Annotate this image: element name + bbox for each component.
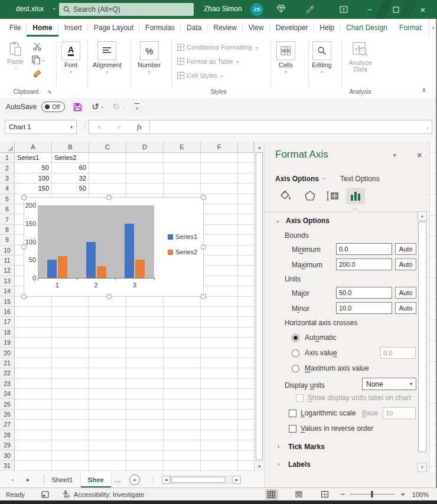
row-header-21[interactable]: 21	[0, 358, 15, 368]
cell-A1[interactable]: Series1	[15, 153, 52, 163]
customize-qat-button[interactable]: ⌄	[135, 104, 139, 110]
row-header-27[interactable]: 27	[0, 420, 15, 430]
fill-line-icon[interactable]	[280, 190, 293, 202]
ribbon-tab-data[interactable]: Data	[181, 19, 207, 37]
column-headers[interactable]: ABCDEF	[15, 142, 254, 153]
premium-gem-icon[interactable]	[276, 5, 286, 13]
cell-A3[interactable]: 100	[15, 174, 52, 184]
row-header-1[interactable]: 1	[0, 153, 15, 163]
display-units-dropdown[interactable]: None ▾	[362, 378, 416, 390]
bar-series2-cat3[interactable]	[135, 260, 145, 278]
minor-auto-button[interactable]: Auto	[395, 302, 416, 314]
number-group-button[interactable]: % Number ⌄	[138, 41, 161, 73]
page-break-preview-button[interactable]	[318, 489, 331, 500]
cell-B4[interactable]: 50	[52, 184, 89, 194]
ribbon-tab-page-layout[interactable]: Page Layout	[88, 19, 139, 37]
major-input[interactable]	[336, 287, 392, 299]
ribbon-tab-insert[interactable]: Insert	[58, 19, 88, 37]
bar-series2-cat2[interactable]	[97, 266, 106, 278]
cells-group-button[interactable]: Cells ⌄	[276, 41, 295, 73]
y-axis-label[interactable]: 150	[25, 220, 36, 227]
cell-A2[interactable]: 50	[15, 163, 52, 173]
chart-handle-top-right[interactable]	[201, 195, 206, 200]
cell-B2[interactable]: 60	[52, 163, 89, 173]
minimize-button[interactable]: −	[357, 0, 383, 19]
pane-scrollbar-thumb[interactable]	[418, 222, 426, 452]
ribbon-tab-formulas[interactable]: Formulas	[139, 19, 181, 37]
user-name[interactable]: Zhao Simon	[204, 5, 242, 13]
row-header-12[interactable]: 12	[0, 266, 15, 276]
document-title[interactable]: dest.xlsx	[16, 5, 44, 13]
row-header-16[interactable]: 16	[0, 307, 15, 317]
axis-value-radio-label[interactable]: Axis value	[305, 349, 337, 357]
bar-series1-cat3[interactable]	[125, 224, 134, 278]
document-title-chevron-icon[interactable]: ⌄	[52, 5, 57, 11]
cell-B1[interactable]: Series2	[52, 153, 89, 163]
maximum-auto-button[interactable]: Auto	[395, 258, 416, 270]
major-auto-button[interactable]: Auto	[395, 287, 416, 299]
y-axis-label[interactable]: 50	[25, 256, 36, 263]
editing-group-button[interactable]: Editing ⌄	[312, 41, 332, 73]
row-header-2[interactable]: 2	[0, 163, 15, 173]
save-button[interactable]	[73, 103, 82, 112]
row-header-22[interactable]: 22	[0, 368, 15, 378]
draw-pen-icon[interactable]	[305, 4, 314, 14]
formula-bar[interactable]: × ✓ fx ⌄	[89, 120, 432, 134]
row-header-30[interactable]: 30	[0, 450, 15, 460]
select-all-button[interactable]	[0, 142, 15, 153]
section-labels[interactable]: Labels	[288, 460, 311, 469]
row-header-5[interactable]: 5	[0, 194, 15, 204]
next-sheet-button[interactable]: ▸	[27, 476, 30, 483]
horizontal-scrollbar-thumb[interactable]	[171, 477, 226, 483]
y-axis-label[interactable]: 200	[25, 202, 36, 209]
row-header-29[interactable]: 29	[0, 440, 15, 450]
column-header-C[interactable]: C	[89, 142, 126, 153]
vertical-scrollbar[interactable]: ▲ ▼	[254, 142, 264, 472]
row-header-31[interactable]: 31	[0, 461, 15, 471]
pane-scroll-up-button[interactable]: ▲	[418, 211, 427, 221]
logarithmic-scale-checkbox[interactable]	[289, 410, 296, 417]
column-header-partial[interactable]	[238, 142, 254, 153]
minor-input[interactable]	[336, 302, 392, 314]
row-header-28[interactable]: 28	[0, 430, 15, 440]
ribbon-tab-file[interactable]: File	[4, 19, 27, 37]
y-axis-label[interactable]: 0	[25, 274, 36, 282]
section-axis-options[interactable]: Axis Options	[286, 217, 330, 225]
axis-options-dropdown-icon[interactable]: ⌄	[321, 175, 326, 181]
cut-button[interactable]	[33, 42, 41, 51]
ribbon-tab-view[interactable]: View	[243, 19, 270, 37]
row-header-20[interactable]: 20	[0, 348, 15, 358]
collapse-ribbon-button[interactable]: ∧	[422, 86, 426, 94]
size-properties-icon[interactable]	[326, 190, 340, 202]
insert-function-button[interactable]: fx	[129, 123, 149, 132]
chart-handle-middle-right[interactable]	[201, 244, 206, 250]
scroll-up-button[interactable]: ▲	[255, 142, 264, 152]
chart-handle-bottom-left[interactable]	[21, 294, 27, 299]
bar-series1-cat2[interactable]	[86, 242, 96, 279]
column-header-B[interactable]: B	[52, 142, 89, 153]
section-tick-marks[interactable]: Tick Marks	[288, 443, 325, 451]
column-header-E[interactable]: E	[164, 142, 201, 153]
clipboard-dialog-launcher[interactable]: ⇘	[47, 89, 52, 94]
axis-options-icon-selected[interactable]	[346, 188, 365, 204]
page-layout-view-button[interactable]	[292, 489, 305, 500]
row-header-4[interactable]: 4	[0, 184, 15, 194]
expand-formula-bar-icon[interactable]: ⌄	[423, 125, 432, 130]
maximum-axis-value-radio-label[interactable]: Maximum axis value	[305, 364, 369, 372]
axis-value-radio[interactable]	[292, 349, 299, 357]
vertical-scrollbar-thumb[interactable]	[256, 152, 263, 460]
macro-record-icon[interactable]	[41, 491, 49, 498]
pane-scroll-down-button[interactable]: ▼	[418, 463, 427, 472]
maximum-input[interactable]	[336, 258, 392, 270]
search-box[interactable]: Search (Alt+Q)	[59, 3, 194, 16]
chart-handle-top-middle[interactable]	[106, 195, 112, 200]
maximize-button[interactable]	[383, 0, 409, 19]
row-header-15[interactable]: 15	[0, 296, 15, 306]
section-collapse-icon[interactable]: ⌄	[275, 217, 280, 224]
zoom-in-button[interactable]: +	[400, 490, 405, 499]
row-header-10[interactable]: 10	[0, 246, 15, 256]
row-header-18[interactable]: 18	[0, 328, 15, 338]
row-header-7[interactable]: 7	[0, 214, 15, 224]
close-window-button[interactable]: ×	[410, 0, 436, 19]
row-header-23[interactable]: 23	[0, 379, 15, 389]
